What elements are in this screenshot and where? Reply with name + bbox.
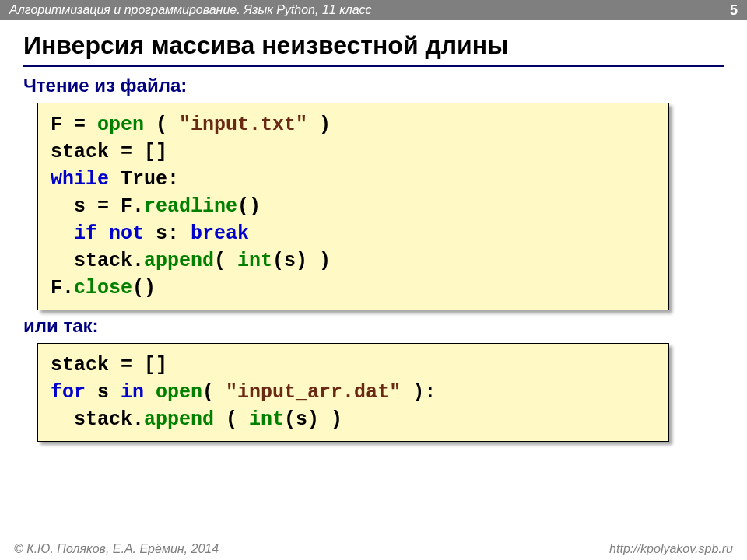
footer-url: http://kpolyakov.spb.ru [609,542,733,556]
title-underline [23,65,724,67]
subheading-read-file: Чтение из файла: [23,75,747,96]
code-block-1: F = open ( "input.txt" ) stack = [] whil… [37,103,669,310]
subheading-or: или так: [23,315,747,337]
header-left: Алгоритмизация и программирование. Язык … [9,3,372,17]
slide-title: Инверсия массива неизвестной длины [0,20,747,65]
page-number: 5 [730,2,738,19]
header-bar: Алгоритмизация и программирование. Язык … [0,0,747,20]
code-block-2: stack = [] for s in open( "input_arr.dat… [37,343,669,442]
copyright: © К.Ю. Поляков, Е.А. Ерёмин, 2014 [14,542,219,556]
footer: © К.Ю. Поляков, Е.А. Ерёмин, 2014 http:/… [0,538,747,560]
